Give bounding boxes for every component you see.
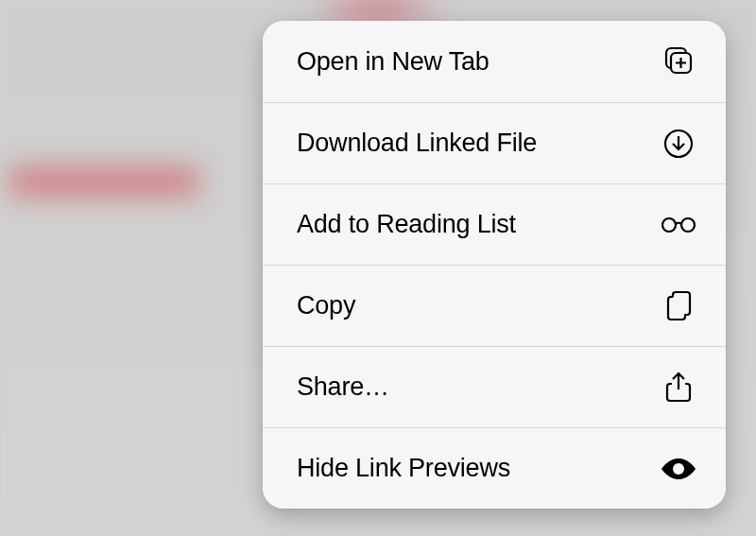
menu-item-label: Open in New Tab [297,47,490,77]
add-to-reading-list-item[interactable]: Add to Reading List [263,183,726,265]
svg-point-9 [673,463,684,475]
menu-item-label: Add to Reading List [297,210,516,239]
context-menu: Open in New Tab Download Linked File Add… [263,21,726,509]
svg-point-6 [662,218,676,232]
eye-icon [660,450,697,488]
share-item[interactable]: Share… [263,346,726,427]
menu-item-label: Copy [297,291,355,320]
download-icon [660,125,697,163]
new-tab-icon [660,43,697,80]
copy-item[interactable]: Copy [263,265,726,346]
copy-icon [660,287,697,325]
download-linked-file-item[interactable]: Download Linked File [263,102,726,183]
share-icon [660,369,697,406]
open-new-tab-item[interactable]: Open in New Tab [263,21,726,102]
background-blur-stripe [9,165,198,198]
hide-link-previews-item[interactable]: Hide Link Previews [263,427,726,509]
menu-item-label: Download Linked File [297,129,537,158]
menu-item-label: Hide Link Previews [297,454,510,483]
svg-point-7 [681,218,695,232]
menu-item-label: Share… [297,372,389,402]
glasses-icon [660,206,697,244]
